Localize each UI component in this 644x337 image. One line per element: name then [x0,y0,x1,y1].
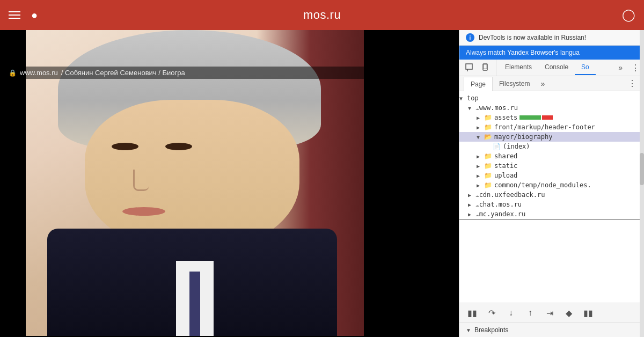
devtools-toolbar: Elements Console So » ⋮ [459,60,644,76]
folder-icon-shared: 📁 [484,152,492,160]
arrow-assets: ▶ [477,115,484,121]
pause-button[interactable]: ▮▮ [466,306,479,319]
hamburger-menu[interactable] [9,11,20,19]
arrow-shared: ▶ [477,153,484,159]
tree-item-index[interactable]: ▶ 📄 (index) [459,142,644,151]
tool-icons [459,60,496,76]
assets-bar [519,115,541,120]
tree-item-chat-mos-ru[interactable]: ▶ ☁ chat.mos.ru [459,200,644,209]
label-mc: mc.yandex.ru [479,210,526,218]
tree-item-mayor-biography[interactable]: ▼ 📂 mayor/biography [459,132,644,142]
arrow-www: ▼ [468,105,475,111]
devtools-notification: i DevTools is now available in Russian! [459,30,644,46]
tree-item-cdn-uxfeedback[interactable]: ▶ ☁ cdn.uxfeedback.ru [459,190,644,200]
step-over-button[interactable]: ↷ [485,306,498,319]
arrow-chat: ▶ [468,202,475,208]
search-icon[interactable]: ● [31,9,38,21]
label-upload: upload [494,172,517,179]
file-tree: ▼ top ▼ ☁ www.mos.ru ▶ 📁 assets [459,91,644,303]
arrow-static: ▶ [477,163,484,169]
main-area: 🔒 www.mos.ru / Собянин Сергей Семенович … [0,30,644,337]
tree-item-common-temp[interactable]: ▶ 📁 common/temp/node_modules. [459,180,644,190]
debugger-bar: ▮▮ ↷ ↓ ↑ ⇥ ◆ ▮▮ [459,303,644,323]
devtools-scrollbar[interactable] [640,30,644,337]
header-right: ◯ [622,8,635,22]
tree-item-upload[interactable]: ▶ 📁 upload [459,171,644,180]
arrow-front: ▶ [477,124,484,130]
step-into-button[interactable]: ↓ [504,306,517,319]
step-out-button[interactable]: ↑ [524,306,537,319]
tab-page[interactable]: Page [464,77,493,91]
breakpoints-header[interactable]: ▼ Breakpoints [466,326,638,334]
svg-rect-0 [466,64,472,69]
label-index: (index) [503,143,530,150]
address-bar: 🔒 www.mos.ru / Собянин Сергей Семенович … [0,67,459,79]
tree-item-shared[interactable]: ▶ 📁 shared [459,151,644,161]
tab-console[interactable]: Console [538,60,575,75]
scrollbar-thumb[interactable] [640,153,644,185]
mouth [122,207,165,216]
cloud-icon-chat: ☁ [475,201,479,208]
tab-elements[interactable]: Elements [499,60,538,75]
folder-icon-upload: 📁 [484,172,492,179]
user-icon[interactable]: ◯ [622,8,635,22]
arrow-upload: ▶ [477,173,484,179]
folder-icon-static: 📁 [484,162,492,170]
label-static: static [494,162,517,170]
right-eye [165,143,192,150]
assets-bar-red [542,115,553,120]
inspect-element-icon[interactable] [464,62,475,74]
tree-item-static[interactable]: ▶ 📁 static [459,161,644,171]
tree-item-assets[interactable]: ▶ 📁 assets [459,113,644,122]
devtools-tabs: Elements Console So [496,60,614,75]
label-assets: assets [494,114,517,121]
arrow-common: ▶ [477,182,484,188]
arrow-mc: ▶ [468,211,475,217]
step-button[interactable]: ⇥ [543,306,556,319]
sources-tabs: Page Filesystem » ⋮ [459,76,644,91]
tab-filesystem[interactable]: Filesystem [493,77,536,91]
left-eye [112,143,138,150]
address-url: www.mos.ru [20,69,58,77]
label-www: www.mos.ru [479,104,518,112]
arrow-top: ▼ [459,96,467,101]
breakpoints-section: ▼ Breakpoints [459,323,644,337]
cloud-icon-mc: ☁ [475,211,479,218]
arrow-cdn: ▶ [468,192,475,198]
devtools-panel: i DevTools is now available in Russian! … [459,30,644,337]
info-icon: i [466,33,474,42]
tree-item-www-mos-ru[interactable]: ▼ ☁ www.mos.ru [459,103,644,113]
notification-text: DevTools is now available in Russian! [479,34,586,41]
label-mayor: mayor/biography [494,133,552,141]
cloud-icon-www: ☁ [475,105,479,112]
language-match-button[interactable]: Always match Yandex Browser's langua [459,46,644,60]
site-title: mos.ru [303,8,341,22]
tab-sources[interactable]: So [575,60,596,75]
tree-item-top[interactable]: ▼ top [459,93,644,103]
nose [133,170,149,191]
address-path: / Собянин Сергей Семенович / Биогра [61,69,185,77]
async-button[interactable]: ▮▮ [582,306,595,319]
label-cdn: cdn.uxfeedback.ru [479,191,545,199]
breakpoints-arrow: ▼ [466,327,471,333]
browser-header: ● mos.ru ◯ [0,0,644,30]
cloud-icon-cdn: ☁ [475,192,479,199]
lock-icon: 🔒 [9,69,17,77]
label-chat: chat.mos.ru [479,201,522,208]
breakpoints-button[interactable]: ◆ [562,306,575,319]
folder-icon-common: 📁 [484,181,492,189]
sources-tab-more[interactable]: » [536,77,549,90]
face-skin [85,100,299,250]
tree-item-front-markup[interactable]: ▶ 📁 front/markup/header-footer [459,122,644,132]
arrow-mayor: ▼ [477,134,484,140]
folder-icon-assets: 📁 [484,114,492,121]
sources-options[interactable]: ⋮ [625,76,640,91]
device-mode-icon[interactable] [480,62,492,74]
page-content: 🔒 www.mos.ru / Собянин Сергей Семенович … [0,30,459,337]
label-common: common/temp/node_modules. [494,181,591,189]
more-tabs-icon[interactable]: » [614,61,627,74]
breakpoints-label: Breakpoints [474,326,508,334]
label-shared: shared [494,152,517,160]
tree-item-mc-yandex[interactable]: ▶ ☁ mc.yandex.ru [459,209,644,220]
label-front: front/markup/header-footer [494,123,595,131]
